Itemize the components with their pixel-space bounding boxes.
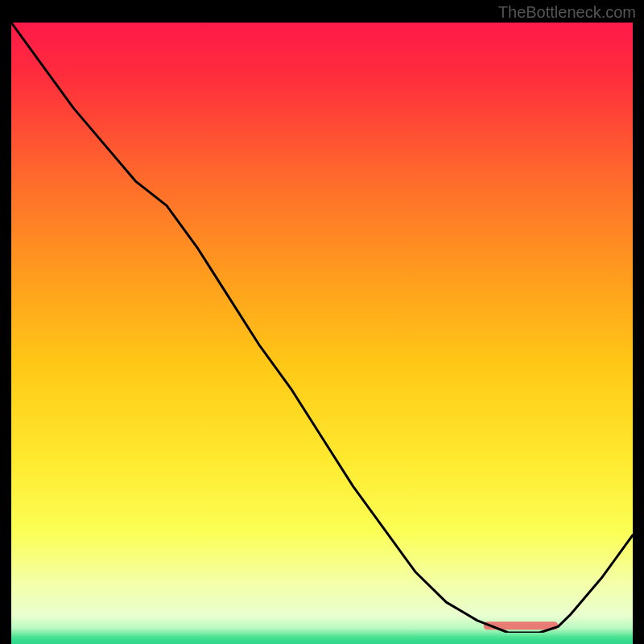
chart-plot-area — [11, 23, 633, 633]
bottleneck-curve — [11, 23, 633, 633]
chart-frame — [11, 23, 633, 633]
watermark-text: TheBottleneck.com — [498, 3, 636, 22]
